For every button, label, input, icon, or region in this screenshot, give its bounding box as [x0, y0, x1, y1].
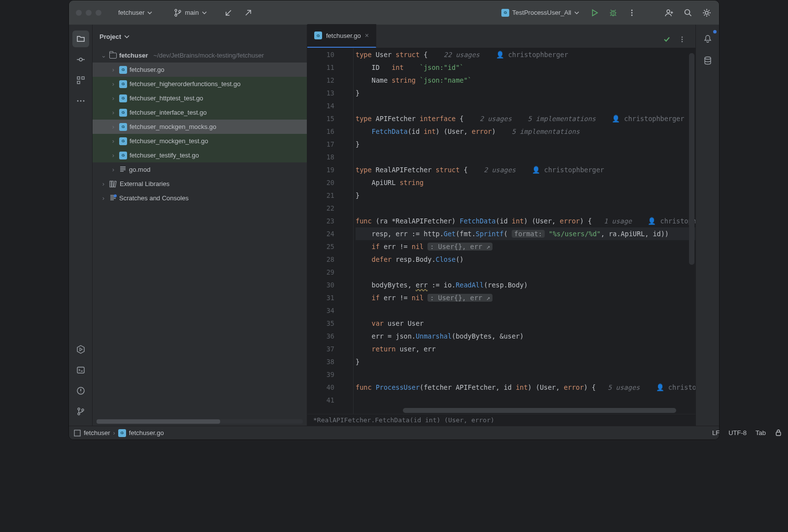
tree-file[interactable]: ›Gfetchuser_higherorderfunctions_test.go	[93, 77, 307, 91]
go-file-icon: G	[119, 152, 127, 159]
svg-point-14	[77, 100, 78, 102]
tree-file[interactable]: ›Gfetchuser_httptest_test.go	[93, 91, 307, 105]
svg-point-15	[80, 100, 81, 102]
more-tools-button[interactable]	[72, 93, 89, 109]
vcs-tool-button[interactable]	[72, 403, 89, 420]
services-tool-button[interactable]	[72, 341, 89, 358]
notification-dot	[713, 30, 717, 33]
text-file-icon	[119, 166, 127, 173]
git-branch-icon	[76, 407, 85, 416]
svg-rect-30	[74, 430, 80, 436]
search-icon	[684, 8, 692, 17]
svg-point-7	[667, 10, 670, 13]
svg-point-21	[82, 409, 84, 411]
module-icon	[74, 430, 81, 437]
editor-tabs: G fetchuser.go ×	[307, 25, 695, 48]
svg-point-20	[78, 413, 80, 415]
svg-rect-24	[114, 181, 116, 187]
commit-icon	[76, 55, 85, 64]
search-button[interactable]	[680, 4, 696, 21]
commit-tool-button[interactable]	[72, 51, 89, 68]
chevron-down-icon	[574, 10, 579, 15]
editor-horizontal-scrollbar[interactable]	[403, 408, 690, 413]
branch-icon	[174, 9, 182, 17]
status-bar: LF UTF-8 Tab	[712, 429, 720, 437]
tree-scratches[interactable]: › Scratches and Consoles	[93, 191, 307, 205]
editor-tab[interactable]: G fetchuser.go ×	[307, 24, 376, 48]
code-view[interactable]: type User struct { 22 usages 👤 christoph…	[354, 48, 695, 414]
project-dropdown[interactable]: fetchuser	[113, 6, 157, 19]
breadcrumb-project[interactable]: fetchuser	[84, 429, 110, 437]
line-ending-button[interactable]: LF	[712, 429, 720, 437]
tree-file[interactable]: ›Gfetchuser_mockgen_test.go	[93, 134, 307, 148]
more-actions-button[interactable]	[624, 4, 640, 21]
editor-area: G fetchuser.go × 10 11 12	[307, 25, 695, 426]
vcs-branch-dropdown[interactable]: main	[169, 6, 211, 20]
vertical-scrollbar[interactable]	[689, 53, 694, 265]
window-controls[interactable]	[76, 10, 101, 16]
svg-point-19	[78, 408, 80, 410]
tree-root[interactable]: ⌄ fetchuser ~/dev/JetBrains/mock-testing…	[93, 48, 307, 63]
breadcrumb-file[interactable]: fetchuser.go	[129, 429, 164, 437]
database-tool-button[interactable]	[699, 52, 716, 69]
project-tree[interactable]: ⌄ fetchuser ~/dev/JetBrains/mock-testing…	[93, 48, 307, 426]
folder-icon	[109, 53, 117, 59]
svg-rect-11	[77, 77, 80, 79]
ellipsis-icon	[76, 96, 85, 105]
notifications-button[interactable]	[699, 31, 716, 47]
library-icon	[109, 181, 117, 188]
bottom-breadcrumb: fetchuser › G fetchuser.go LF UTF-8 Tab	[69, 426, 719, 439]
project-panel-header[interactable]: Project	[93, 25, 307, 48]
incoming-commits-button[interactable]	[220, 6, 237, 20]
svg-rect-12	[82, 77, 84, 79]
svg-point-8	[685, 9, 690, 14]
chevron-right-icon: ›	[113, 429, 115, 437]
debug-button[interactable]	[605, 4, 622, 21]
problems-tool-button[interactable]	[72, 382, 89, 399]
bug-icon	[609, 9, 617, 17]
folder-icon	[76, 34, 85, 43]
go-file-icon: G	[119, 66, 127, 74]
structure-tool-button[interactable]	[72, 72, 89, 89]
tree-file[interactable]: ›Gfetchuser_mockgen_mocks.go	[93, 120, 307, 134]
settings-button[interactable]	[698, 4, 715, 21]
svg-rect-13	[77, 81, 80, 84]
editor-breadcrumb-signature[interactable]: *RealAPIFetcher.FetchData(id int) (User,…	[307, 414, 695, 426]
code-editor[interactable]: 10 11 12 13 14 15 16 17 18 19 20 21 22 2…	[307, 48, 695, 414]
run-config-dropdown[interactable]: G TestProcessUser_All	[496, 6, 584, 20]
run-config-label: TestProcessUser_All	[512, 9, 571, 16]
tree-file[interactable]: ›Gfetchuser_interface_test.go	[93, 105, 307, 120]
svg-point-2	[179, 10, 181, 12]
svg-point-16	[83, 100, 84, 102]
right-tool-rail	[695, 25, 719, 426]
gutter[interactable]: 10 11 12 13 14 15 16 17 18 19 20 21 22 2…	[307, 48, 354, 414]
tree-external-libraries[interactable]: › External Libraries	[93, 177, 307, 191]
arrow-down-left-icon	[225, 9, 232, 17]
svg-rect-22	[110, 181, 111, 187]
svg-point-1	[175, 14, 177, 16]
close-tab-button[interactable]: ×	[365, 31, 369, 39]
terminal-tool-button[interactable]	[72, 362, 89, 378]
outgoing-commits-button[interactable]	[239, 6, 257, 20]
run-button[interactable]	[586, 4, 603, 21]
tree-file[interactable]: ›Gfetchuser.go	[93, 63, 307, 77]
tree-file-gomod[interactable]: › go.mod	[93, 162, 307, 177]
inspection-check-icon[interactable]	[663, 35, 671, 43]
go-file-icon: G	[119, 137, 127, 145]
tab-more-button[interactable]	[674, 31, 690, 48]
go-file-icon: G	[119, 80, 127, 88]
play-icon	[591, 9, 598, 17]
code-with-me-button[interactable]	[661, 4, 678, 21]
tree-horizontal-scrollbar[interactable]	[97, 419, 303, 424]
project-tool-button[interactable]	[72, 31, 89, 47]
tree-file[interactable]: ›Gfetchuser_testify_test.go	[93, 148, 307, 162]
scratches-icon	[109, 194, 117, 202]
chevron-down-icon	[147, 10, 152, 15]
kebab-icon	[679, 36, 686, 43]
play-hex-icon	[76, 345, 85, 354]
svg-point-4	[631, 9, 633, 11]
svg-point-6	[631, 14, 633, 16]
branch-label: main	[185, 9, 198, 16]
go-file-icon: G	[119, 109, 127, 117]
structure-icon	[76, 76, 85, 85]
